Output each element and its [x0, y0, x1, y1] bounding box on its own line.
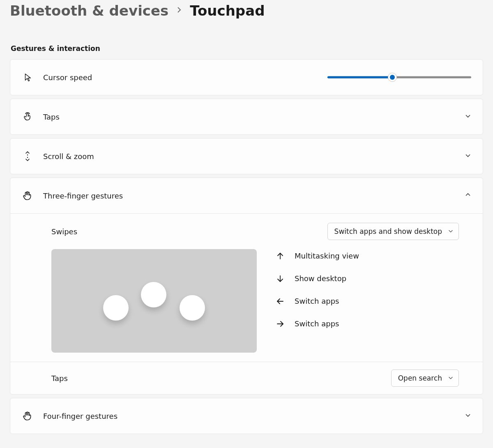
swipe-left-label: Switch apps: [295, 297, 339, 305]
swipe-up-item: Multitasking view: [275, 252, 359, 260]
swipe-down-label: Show desktop: [295, 274, 346, 283]
swipes-label: Swipes: [51, 227, 77, 236]
chevron-down-icon: [465, 152, 471, 160]
touchpad-illustration: [51, 249, 257, 353]
three-finger-taps-value: Open search: [398, 374, 442, 382]
page-title: Touchpad: [190, 2, 265, 19]
card-cursor-speed: Cursor speed: [10, 59, 483, 95]
section-title-gestures: Gestures & interaction: [11, 44, 483, 53]
scroll-zoom-icon: [22, 150, 33, 162]
cursor-icon: [22, 72, 33, 82]
breadcrumb: Bluetooth & devices Touchpad: [10, 0, 483, 25]
swipe-down-item: Show desktop: [275, 274, 359, 283]
arrow-right-icon: [275, 320, 286, 328]
swipe-right-item: Switch apps: [275, 319, 359, 328]
arrow-down-icon: [275, 275, 286, 283]
chevron-down-icon: [448, 374, 454, 382]
three-finger-label: Three-finger gestures: [43, 192, 123, 200]
chevron-down-icon: [465, 412, 471, 420]
chevron-right-icon: [176, 5, 182, 16]
swipe-up-label: Multitasking view: [295, 252, 359, 260]
card-taps[interactable]: Taps: [10, 99, 483, 135]
card-three-finger: Three-finger gestures Swipes Switch apps…: [10, 178, 483, 395]
three-finger-sub-swipes: Swipes Switch apps and show desktop: [10, 213, 483, 362]
three-finger-header[interactable]: Three-finger gestures: [10, 178, 483, 213]
three-finger-taps-label: Taps: [51, 374, 68, 383]
chevron-up-icon: [465, 192, 471, 200]
swipes-dropdown-value: Switch apps and show desktop: [334, 227, 442, 236]
scroll-zoom-label: Scroll & zoom: [43, 152, 94, 161]
arrow-up-icon: [275, 252, 286, 260]
three-finger-taps-dropdown[interactable]: Open search: [391, 369, 459, 387]
chevron-down-icon: [465, 113, 471, 121]
swipe-right-label: Switch apps: [295, 319, 339, 328]
taps-label: Taps: [43, 113, 60, 121]
cursor-speed-slider[interactable]: [327, 72, 471, 82]
arrow-left-icon: [275, 297, 286, 305]
hand-icon: [22, 411, 33, 421]
finger-dot: [180, 295, 205, 321]
three-finger-sub-taps: Taps Open search: [10, 362, 483, 394]
card-four-finger[interactable]: Four-finger gestures: [10, 398, 483, 434]
card-scroll-zoom[interactable]: Scroll & zoom: [10, 138, 483, 174]
chevron-down-icon: [448, 227, 454, 236]
svg-point-1: [27, 157, 28, 158]
tap-icon: [22, 112, 33, 122]
cursor-speed-label: Cursor speed: [43, 73, 92, 82]
finger-dot: [141, 282, 166, 307]
finger-dot: [103, 295, 129, 321]
swipe-direction-list: Multitasking view Show desktop Switch ap…: [275, 249, 359, 328]
breadcrumb-parent[interactable]: Bluetooth & devices: [10, 2, 168, 19]
swipes-dropdown[interactable]: Switch apps and show desktop: [327, 223, 459, 240]
swipe-left-item: Switch apps: [275, 297, 359, 305]
hand-icon: [22, 190, 33, 201]
svg-point-0: [27, 155, 28, 155]
four-finger-label: Four-finger gestures: [43, 412, 117, 420]
